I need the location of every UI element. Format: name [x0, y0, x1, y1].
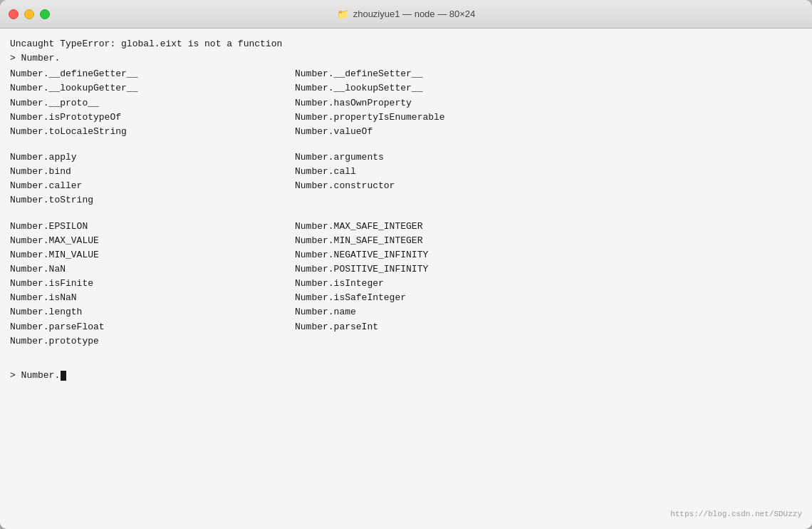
- completion-item: Number.valueOf: [295, 125, 373, 139]
- completion-row: Number.EPSILON Number.MAX_SAFE_INTEGER: [10, 220, 802, 234]
- completion-row: Number.parseFloat Number.parseInt: [10, 320, 802, 334]
- completion-item: Number.parseInt: [295, 320, 378, 334]
- completion-item: Number.__defineSetter__: [295, 67, 422, 81]
- prompt-input-line: > Number.: [10, 51, 802, 66]
- completion-item: Number.__lookupSetter__: [295, 81, 422, 96]
- completions-group1: Number.__defineGetter__ Number.__defineS…: [10, 67, 802, 139]
- completion-item: Number.toString: [10, 193, 295, 207]
- completion-item: Number.prototype: [10, 334, 295, 349]
- completion-row: Number.isFinite Number.isInteger: [10, 277, 802, 291]
- completion-row: Number.__defineGetter__ Number.__defineS…: [10, 67, 802, 81]
- completion-row: Number.length Number.name: [10, 305, 802, 319]
- cursor: [61, 371, 66, 381]
- terminal-window: 📁 zhouziyue1 — node — 80×24 Uncaught Typ…: [0, 0, 812, 529]
- titlebar: 📁 zhouziyue1 — node — 80×24: [0, 0, 812, 29]
- completion-item: Number.length: [10, 305, 295, 319]
- error-line: Uncaught TypeError: global.eixt is not a…: [10, 37, 802, 51]
- completion-item: Number.apply: [10, 150, 295, 165]
- completion-item: Number.toLocaleString: [10, 125, 295, 139]
- terminal-body[interactable]: Uncaught TypeError: global.eixt is not a…: [0, 29, 812, 529]
- completion-item: Number.isInteger: [295, 277, 384, 291]
- completion-item: Number.bind: [10, 165, 295, 179]
- completion-row: Number.prototype: [10, 334, 802, 349]
- window-title: 📁 zhouziyue1 — node — 80×24: [337, 9, 476, 20]
- completion-row: Number.__lookupGetter__ Number.__lookupS…: [10, 81, 802, 96]
- close-button[interactable]: [9, 9, 19, 19]
- completion-item: Number.__lookupGetter__: [10, 81, 295, 96]
- completion-item: Number.call: [295, 165, 356, 179]
- completion-item: Number.hasOwnProperty: [295, 96, 412, 111]
- completions-group2: Number.apply Number.arguments Number.bin…: [10, 150, 802, 208]
- completion-row: Number.apply Number.arguments: [10, 150, 802, 165]
- completion-item: Number.propertyIsEnumerable: [295, 111, 445, 125]
- completion-item: Number.MIN_VALUE: [10, 248, 295, 262]
- watermark: https://blog.csdn.net/SDUzzy: [670, 508, 802, 520]
- completion-row: Number.toLocaleString Number.valueOf: [10, 125, 802, 139]
- completion-item: Number.MAX_SAFE_INTEGER: [295, 220, 422, 234]
- completion-row: Number.bind Number.call: [10, 165, 802, 179]
- bottom-prompt: > Number.: [10, 369, 802, 383]
- completion-row: Number.caller Number.constructor: [10, 179, 802, 193]
- completion-item: Number.__defineGetter__: [10, 67, 295, 81]
- completion-row: Number.MAX_VALUE Number.MIN_SAFE_INTEGER: [10, 234, 802, 248]
- folder-icon: 📁: [337, 9, 349, 20]
- traffic-lights: [9, 9, 50, 19]
- completion-item: Number.POSITIVE_INFINITY: [295, 262, 428, 277]
- completion-item: Number.isFinite: [10, 277, 295, 291]
- completion-item: Number.parseFloat: [10, 320, 295, 334]
- completion-row: Number.toString: [10, 193, 802, 207]
- completion-item: Number.MIN_SAFE_INTEGER: [295, 234, 422, 248]
- completion-item: Number.EPSILON: [10, 220, 295, 234]
- completion-item: Number.caller: [10, 179, 295, 193]
- completion-item: Number.NaN: [10, 262, 295, 277]
- completion-item: Number.constructor: [295, 179, 395, 193]
- completion-item: Number.isNaN: [10, 291, 295, 305]
- completion-item: Number.isSafeInteger: [295, 291, 406, 305]
- completion-item: Number.NEGATIVE_INFINITY: [295, 248, 428, 262]
- minimize-button[interactable]: [24, 9, 34, 19]
- completions-group3: Number.EPSILON Number.MAX_SAFE_INTEGER N…: [10, 220, 802, 349]
- title-text: zhouziyue1 — node — 80×24: [353, 9, 476, 19]
- completion-item: Number.MAX_VALUE: [10, 234, 295, 248]
- completion-row: Number.isPrototypeOf Number.propertyIsEn…: [10, 111, 802, 125]
- completion-row: Number.MIN_VALUE Number.NEGATIVE_INFINIT…: [10, 248, 802, 262]
- bottom-prompt-text: > Number.: [10, 369, 60, 383]
- completion-item: Number.name: [295, 305, 356, 319]
- completion-item: Number.isPrototypeOf: [10, 111, 295, 125]
- completion-row: Number.isNaN Number.isSafeInteger: [10, 291, 802, 305]
- completion-row: Number.__proto__ Number.hasOwnProperty: [10, 96, 802, 111]
- completion-item: Number.arguments: [295, 150, 384, 165]
- completion-row: Number.NaN Number.POSITIVE_INFINITY: [10, 262, 802, 277]
- completion-item: Number.__proto__: [10, 96, 295, 111]
- maximize-button[interactable]: [40, 9, 50, 19]
